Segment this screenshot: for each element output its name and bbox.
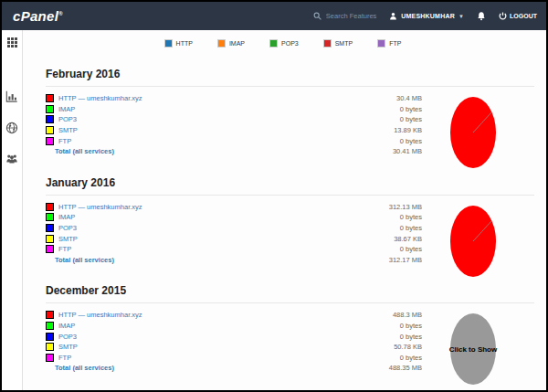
legend-label: HTTP xyxy=(176,40,193,47)
topbar-right-group: Search Features UMESHKUMHAR ▼ LOGOUT xyxy=(313,11,537,21)
legend-label: FTP xyxy=(389,40,401,47)
service-link[interactable]: POP3 xyxy=(58,224,77,232)
service-row: Total (all services) 312.17 MB xyxy=(46,255,422,266)
search-features-box[interactable]: Search Features xyxy=(313,12,376,20)
power-icon xyxy=(499,12,507,20)
legend-item: HTTP xyxy=(164,39,193,48)
service-link[interactable]: IMAP xyxy=(58,105,75,113)
svg-text:Click to Show: Click to Show xyxy=(449,345,498,354)
service-row: SMTP 13.89 KB xyxy=(46,125,422,136)
user-icon xyxy=(389,12,397,20)
legend-item: IMAP xyxy=(217,39,245,48)
service-link[interactable]: POP3 xyxy=(58,333,77,341)
username-label: UMESHKUMHAR xyxy=(401,13,455,19)
month-section: February 2016 HTTP — umeshkumhar.xyz 30.… xyxy=(46,68,548,157)
main-area: HTTP IMAP POP3 SMTP FTP February 2016 HT… xyxy=(2,30,546,392)
service-link[interactable]: HTTP — umeshkumhar.xyz xyxy=(58,94,142,102)
bandwidth-content: HTTP IMAP POP3 SMTP FTP February 2016 HT… xyxy=(23,30,548,392)
service-link[interactable]: HTTP — umeshkumhar.xyz xyxy=(58,203,142,211)
service-row: SMTP 50.78 KB xyxy=(46,342,422,353)
chevron-down-icon: ▼ xyxy=(458,14,464,19)
service-swatch xyxy=(46,311,54,319)
service-link[interactable]: FTP xyxy=(58,245,71,253)
legend-swatch xyxy=(323,39,332,48)
chart-column xyxy=(422,93,548,157)
month-title: December 2015 xyxy=(46,284,534,303)
bandwidth-pie-chart[interactable] xyxy=(418,93,528,172)
month-section-body: HTTP — umeshkumhar.xyz 312.13 MB IMAP 0 … xyxy=(46,202,548,266)
top-navbar: cPanel® Search Features UMESHKUMHAR ▼ LO… xyxy=(2,2,546,30)
service-row: FTP 0 bytes xyxy=(46,244,422,255)
month-section-body: HTTP — umeshkumhar.xyz 30.4 MB IMAP 0 by… xyxy=(46,93,548,157)
legend-item: FTP xyxy=(377,39,401,48)
service-link[interactable]: SMTP xyxy=(58,235,78,243)
service-link[interactable]: FTP xyxy=(58,354,71,362)
legend-swatch xyxy=(164,39,173,48)
cpanel-logo[interactable]: cPanel® xyxy=(13,8,63,24)
service-link[interactable]: SMTP xyxy=(58,126,78,134)
month-section-body: HTTP — umeshkumhar.xyz 488.3 MB IMAP 0 b… xyxy=(46,310,548,374)
registered-mark: ® xyxy=(58,11,63,16)
service-row: POP3 0 bytes xyxy=(46,114,422,125)
service-swatch xyxy=(46,322,54,330)
service-row: FTP 0 bytes xyxy=(46,135,422,146)
bandwidth-pie-chart[interactable] xyxy=(418,202,528,281)
service-row: HTTP — umeshkumhar.xyz 488.3 MB xyxy=(46,310,422,321)
user-groups-icon[interactable] xyxy=(5,152,18,168)
service-row: Total (all services) 488.35 MB xyxy=(46,363,422,374)
service-row: POP3 0 bytes xyxy=(46,223,422,234)
service-link[interactable]: POP3 xyxy=(58,115,77,123)
chart-column: Click to Show xyxy=(422,310,548,374)
service-value: 312.13 MB xyxy=(389,203,422,211)
service-swatch xyxy=(46,224,54,232)
service-swatch xyxy=(46,137,54,145)
legend: HTTP IMAP POP3 SMTP FTP xyxy=(10,39,548,48)
service-swatch xyxy=(46,333,54,341)
service-swatch xyxy=(46,115,54,123)
month-section: January 2016 HTTP — umeshkumhar.xyz 312.… xyxy=(46,176,548,266)
bar-chart-icon[interactable] xyxy=(5,90,18,106)
cpanel-logo-text: cPanel xyxy=(13,8,58,24)
service-link[interactable]: SMTP xyxy=(58,343,78,351)
logout-button[interactable]: LOGOUT xyxy=(499,12,537,20)
service-row: SMTP 38.67 KB xyxy=(46,233,422,244)
service-swatch xyxy=(46,203,54,211)
service-swatch xyxy=(46,105,54,113)
legend-label: POP3 xyxy=(281,40,299,47)
service-row: IMAP 0 bytes xyxy=(46,212,422,223)
service-swatch xyxy=(46,94,54,102)
service-swatch xyxy=(46,245,54,253)
legend-swatch xyxy=(217,39,226,48)
service-row: IMAP 0 bytes xyxy=(46,321,422,332)
service-link[interactable]: HTTP — umeshkumhar.xyz xyxy=(58,311,142,319)
total-link[interactable]: Total (all services) xyxy=(55,147,114,155)
service-link[interactable]: FTP xyxy=(58,137,71,145)
legend-swatch xyxy=(269,39,278,48)
search-placeholder: Search Features xyxy=(326,12,376,20)
monthly-sections: February 2016 HTTP — umeshkumhar.xyz 30.… xyxy=(23,48,548,374)
globe-icon[interactable] xyxy=(5,122,18,138)
service-row: HTTP — umeshkumhar.xyz 312.13 MB xyxy=(46,202,422,213)
notifications-button[interactable] xyxy=(477,11,486,21)
service-swatch xyxy=(46,235,54,243)
service-value: 488.35 MB xyxy=(389,364,422,372)
service-link[interactable]: IMAP xyxy=(58,213,75,221)
service-link[interactable]: IMAP xyxy=(58,322,75,330)
bell-icon xyxy=(477,11,486,21)
month-section: December 2015 HTTP — umeshkumhar.xyz 488… xyxy=(46,284,548,374)
total-link[interactable]: Total (all services) xyxy=(55,364,114,372)
month-title: February 2016 xyxy=(46,68,534,87)
service-value: 312.17 MB xyxy=(389,256,422,264)
legend-item: POP3 xyxy=(269,39,299,48)
chart-column xyxy=(422,202,548,266)
bandwidth-pie-chart[interactable]: Click to Show xyxy=(418,310,528,388)
user-menu[interactable]: UMESHKUMHAR ▼ xyxy=(389,12,464,20)
legend-item: SMTP xyxy=(323,39,353,48)
legend-swatch xyxy=(377,39,385,48)
legend-label: SMTP xyxy=(335,40,353,47)
service-rows: HTTP — umeshkumhar.xyz 488.3 MB IMAP 0 b… xyxy=(46,310,422,374)
service-rows: HTTP — umeshkumhar.xyz 30.4 MB IMAP 0 by… xyxy=(46,93,422,157)
total-link[interactable]: Total (all services) xyxy=(55,256,114,264)
service-row: POP3 0 bytes xyxy=(46,331,422,342)
service-rows: HTTP — umeshkumhar.xyz 312.13 MB IMAP 0 … xyxy=(46,202,422,266)
